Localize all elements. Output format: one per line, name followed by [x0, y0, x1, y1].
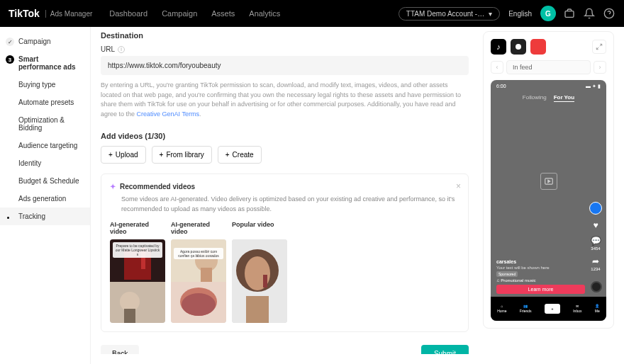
account-selector[interactable]: TTAM Demo Account -…▾ — [399, 7, 500, 21]
video-thumb[interactable]: Prepare to be captivated by our Matte Lo… — [110, 239, 165, 323]
sidebar-item[interactable]: Budget & Schedule — [0, 172, 90, 190]
caption: Agora posso exibir com confian ça lábios… — [174, 248, 223, 259]
back-button[interactable]: Back — [101, 345, 139, 354]
comment-icon: 💬 — [591, 236, 601, 246]
caption: Prepare to be captivated by our Matte Lo… — [113, 242, 162, 258]
svg-point-19 — [516, 44, 521, 50]
check-icon: ✓ — [6, 38, 14, 46]
nav-assets[interactable]: Assets — [211, 9, 235, 18]
recommended-panel: × ✦Recommended videos Some videos are AI… — [101, 174, 469, 332]
inbox-icon: ✉ — [576, 304, 579, 308]
svg-rect-7 — [124, 309, 135, 323]
sidebar-campaign[interactable]: ✓Campaign — [0, 33, 90, 50]
bulb-icon: ✦ — [110, 183, 116, 190]
step-number: 3 — [6, 55, 14, 64]
topbar: TikTokAds Manager Dashboard Campaign Ass… — [0, 0, 624, 27]
profile-avatar — [589, 202, 602, 215]
me-icon: 👤 — [595, 304, 599, 308]
svg-rect-17 — [263, 275, 267, 288]
form-panel: Destination URLi By entering a URL, you'… — [101, 27, 472, 354]
rec-body: Some videos are AI-generated. Video deli… — [110, 195, 459, 214]
sidebar-item[interactable]: Buying type — [0, 76, 90, 93]
sidebar-step[interactable]: 3Smart performance ads — [0, 50, 90, 76]
plus-icon: + — [225, 151, 230, 159]
avatar[interactable]: G — [540, 6, 556, 21]
phone-nav: ⌂Home 👥Friends + ✉Inbox 👤Me — [491, 297, 606, 321]
sidebar-item-tracking[interactable]: Tracking — [0, 207, 90, 225]
svg-rect-11 — [201, 268, 212, 282]
video-placeholder-icon — [540, 173, 557, 190]
music-disc-icon — [591, 281, 602, 292]
business-icon[interactable] — [563, 7, 576, 20]
logo: TikTokAds Manager — [9, 8, 92, 19]
url-label: URL — [101, 45, 115, 53]
help-icon[interactable] — [603, 7, 615, 20]
preview-panel: ♪ ‹ In feed › 6:00▬ ✦ ▮ FollowingFor You — [483, 27, 614, 354]
video-thumb[interactable] — [232, 239, 287, 323]
cta-button: Learn more — [496, 285, 585, 294]
feed-position[interactable]: In feed — [506, 60, 591, 74]
home-icon: ⌂ — [501, 304, 503, 308]
top-nav: Dashboard Campaign Assets Analytics — [109, 9, 280, 18]
sidebar: ✓Campaign 3Smart performance ads Buying … — [0, 27, 91, 364]
add-videos-title: Add videos (1/30) — [101, 132, 469, 140]
next-arrow[interactable]: › — [594, 61, 606, 74]
thumb-label: AI-generated video — [171, 221, 226, 235]
video-thumb[interactable]: Agora posso exibir com confian ça lábios… — [171, 239, 226, 323]
create-button[interactable]: +Create — [218, 146, 262, 164]
from-library-button[interactable]: +From library — [152, 146, 212, 164]
submit-button[interactable]: Submit — [421, 345, 469, 354]
svg-point-6 — [120, 292, 140, 312]
sidebar-item[interactable]: Identity — [0, 154, 90, 172]
phone-preview: 6:00▬ ✦ ▮ FollowingFor You ♥ 💬3454 ➦1234… — [491, 80, 606, 321]
thumb-label: AI-generated video — [110, 221, 165, 235]
plus-icon: + — [545, 304, 560, 314]
expand-icon[interactable] — [592, 40, 606, 54]
sidebar-item[interactable]: Audience targeting — [0, 137, 90, 154]
chevron-down-icon: ▾ — [489, 10, 492, 18]
url-input[interactable] — [101, 56, 469, 75]
app-icon[interactable] — [530, 39, 546, 55]
plus-icon: + — [108, 151, 113, 159]
nav-campaign[interactable]: Campaign — [162, 9, 197, 18]
sidebar-item[interactable]: Ads generation — [0, 190, 90, 207]
close-icon[interactable]: × — [456, 181, 461, 191]
svg-rect-0 — [565, 11, 574, 18]
prev-arrow[interactable]: ‹ — [491, 61, 503, 74]
status-icons: ▬ ✦ ▮ — [586, 84, 601, 89]
upload-button[interactable]: +Upload — [101, 146, 146, 164]
heart-icon: ♥ — [593, 220, 598, 230]
bell-icon[interactable] — [583, 7, 596, 20]
friends-icon: 👥 — [523, 304, 528, 308]
svg-point-13 — [182, 293, 216, 316]
info-icon[interactable]: i — [118, 46, 125, 53]
tiktok-icon[interactable]: ♪ — [491, 39, 506, 55]
genai-terms-link[interactable]: Creative GenAI Terms — [137, 110, 199, 118]
thumb-label: Popular video — [232, 221, 287, 235]
sidebar-item[interactable]: Automate presets — [0, 93, 90, 111]
nav-analytics[interactable]: Analytics — [249, 9, 280, 18]
svg-rect-18 — [246, 296, 269, 323]
nav-dashboard[interactable]: Dashboard — [109, 9, 147, 18]
plus-icon: + — [160, 151, 164, 159]
language-selector[interactable]: English — [508, 10, 532, 18]
share-icon: ➦ — [592, 256, 599, 266]
app-icon[interactable] — [511, 39, 526, 55]
sidebar-item[interactable]: Optimization & Bidding — [0, 111, 90, 137]
destination-title: Destination — [101, 31, 469, 40]
url-help: By entering a URL, you're granting TikTo… — [101, 81, 469, 119]
